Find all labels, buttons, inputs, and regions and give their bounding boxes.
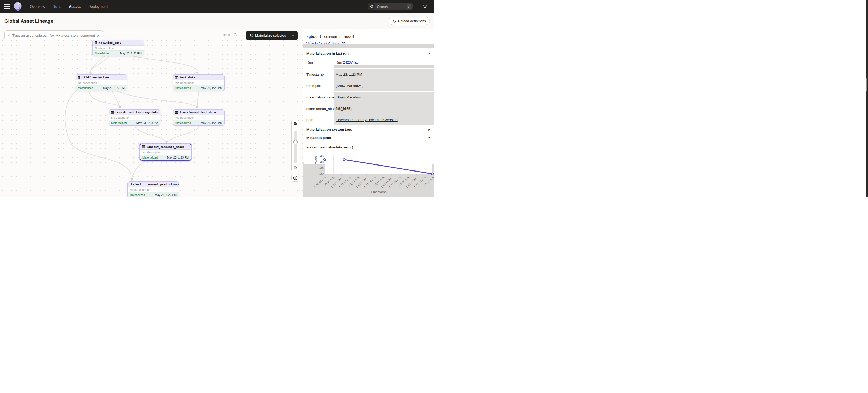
graph-refresh-icon[interactable] xyxy=(233,33,237,38)
chevron-down-icon[interactable]: ▼ xyxy=(428,52,430,55)
zoom-out-button[interactable] xyxy=(291,164,299,172)
section-metadata-plots[interactable]: Metadata plots xyxy=(306,136,331,140)
zoom-slider-track[interactable] xyxy=(294,131,297,163)
page-header: Global Asset Lineage Reload definitions xyxy=(0,13,434,29)
run-prefix: Run xyxy=(336,60,343,64)
table-icon xyxy=(142,145,145,149)
nav-overview[interactable]: Overview xyxy=(30,4,45,9)
run-id-link[interactable]: 242374ad xyxy=(343,60,359,64)
zoom-out-icon xyxy=(293,166,298,170)
asset-subset-input[interactable]: Type an asset subset... (ex: ++latest_st… xyxy=(4,30,103,40)
row-label-run: Run xyxy=(306,60,313,64)
table-icon xyxy=(78,76,81,79)
materialize-selected-label: Materialize selected xyxy=(255,34,286,37)
asset-node-name: latest_…_comment_predictions xyxy=(131,183,179,186)
asset-node-tfidf-vectorizer[interactable]: tfidf_vectorizer No description Material… xyxy=(75,74,127,91)
row-label-rmse-plot: rmse plot xyxy=(306,84,321,88)
asset-node-name: transformed_training_data xyxy=(115,110,158,114)
row-value-run: Run 242374ad xyxy=(336,60,359,64)
asset-node-description: No description xyxy=(140,150,191,155)
asset-node-latest-comment-predictions[interactable]: latest_…_comment_predictions No descript… xyxy=(127,182,179,197)
asset-node-timestamp: May 23, 1:23 PM xyxy=(103,87,125,90)
asset-node-test-data[interactable]: test_data No description MaterializedMay… xyxy=(173,74,225,91)
page-title: Global Asset Lineage xyxy=(4,18,53,24)
search-placeholder: Search... xyxy=(377,5,407,9)
section-materialization-system-tags[interactable]: Materialization system tags xyxy=(306,128,352,131)
row-value-timestamp: May 23, 1:23 PM xyxy=(336,73,362,76)
chevron-right-icon[interactable]: ▶ xyxy=(428,128,430,131)
asset-node-timestamp: May 23, 1:23 PM xyxy=(155,193,177,197)
search-icon xyxy=(368,3,375,10)
top-navbar: Overview Runs Assets Deployment Search..… xyxy=(0,0,434,13)
row-label-timestamp: Timestamp xyxy=(306,73,323,76)
table-icon xyxy=(175,76,178,79)
asset-node-timestamp: May 23, 1:23 PM xyxy=(167,156,189,159)
nav-deployment[interactable]: Deployment xyxy=(88,4,108,9)
main-nav: Overview Runs Assets Deployment xyxy=(30,0,108,13)
asset-node-status: Materialized xyxy=(130,193,145,197)
row-value-mae-plot-link[interactable]: [Show Markdown] xyxy=(336,95,364,99)
metadata-plot-section: score (mean_absolute_error) 0.45 0.40 0.… xyxy=(303,142,434,197)
graph-zoom-control xyxy=(291,120,300,172)
asset-node-status: Materialized xyxy=(78,87,93,90)
chevron-down-icon[interactable]: ▼ xyxy=(428,136,430,139)
zoom-slider-thumb[interactable] xyxy=(293,140,298,144)
asset-node-status: Materialized xyxy=(143,156,158,159)
sparkle-icon xyxy=(249,34,253,37)
chart-line-series xyxy=(303,142,434,197)
gear-icon[interactable]: ⚙ xyxy=(423,3,427,10)
asset-node-description: No description xyxy=(76,80,127,85)
asset-node-name: transformed_test_data xyxy=(180,110,216,114)
asset-node-status: Materialized xyxy=(95,52,110,55)
asset-node-xgboost-comments-model[interactable]: xgboost_comments_model No description Ma… xyxy=(140,144,191,161)
search-shortcut-badge: / xyxy=(407,4,411,9)
asset-node-description: No description xyxy=(128,187,179,192)
asset-node-timestamp: May 23, 1:23 PM xyxy=(201,121,222,124)
row-value-path-link[interactable]: /Users/odetteharary/Documents/version xyxy=(336,118,398,122)
nav-assets[interactable]: Assets xyxy=(69,4,81,9)
asset-node-name: training_data xyxy=(99,41,121,44)
asset-node-transformed-training-data[interactable]: transformed_training_data No description… xyxy=(109,109,160,126)
table-icon xyxy=(94,41,97,44)
table-icon xyxy=(175,111,178,114)
nav-runs[interactable]: Runs xyxy=(53,4,61,9)
asset-node-timestamp: May 23, 1:23 PM xyxy=(120,52,142,55)
panel-horizontal-scrollbar[interactable] xyxy=(303,44,434,48)
materialize-dropdown-caret[interactable]: ▾ xyxy=(288,31,298,40)
asset-node-name: tfidf_vectorizer xyxy=(82,76,110,79)
asset-node-name: test_data xyxy=(180,76,195,79)
reload-definitions-button[interactable]: Reload definitions xyxy=(389,17,430,25)
asset-node-description: No description xyxy=(174,115,224,120)
hamburger-menu-icon[interactable] xyxy=(4,4,10,9)
row-value-rmse-plot-link[interactable]: [Show Markdown] xyxy=(336,84,364,88)
run-row-scrollbar[interactable] xyxy=(334,65,434,68)
asset-node-timestamp: May 23, 1:23 PM xyxy=(136,121,158,124)
download-icon xyxy=(293,176,298,180)
asset-node-description: No description xyxy=(174,80,224,85)
download-graph-button[interactable] xyxy=(291,174,300,182)
asset-node-timestamp: May 23, 1:23 PM xyxy=(201,87,222,90)
dagster-logo[interactable] xyxy=(12,1,23,12)
asset-details-panel: xgboost_comments_model View in Asset Cat… xyxy=(303,29,434,197)
panel-asset-title: xgboost_comments_model xyxy=(306,35,354,39)
row-label-path: path xyxy=(306,118,313,122)
zoom-in-button[interactable] xyxy=(291,120,299,128)
section-materialization-in-last-run[interactable]: Materialization in last run xyxy=(306,52,349,56)
materialize-selected-button[interactable]: Materialize selected ▾ xyxy=(246,31,298,40)
asset-subset-placeholder: Type an asset subset... (ex: ++latest_st… xyxy=(12,34,100,37)
asset-node-description: No description xyxy=(93,45,144,51)
asset-node-name: xgboost_comments_model xyxy=(147,145,185,149)
asset-lineage-graph[interactable]: Type an asset subset... (ex: ++latest_st… xyxy=(0,29,303,197)
reload-definitions-label: Reload definitions xyxy=(398,19,426,23)
asset-node-training-data[interactable]: training_data No description Materialize… xyxy=(92,40,144,56)
asset-node-status: Materialized xyxy=(176,87,191,90)
asset-node-status: Materialized xyxy=(111,121,127,124)
global-search-input[interactable]: Search... / xyxy=(368,3,413,10)
asset-node-status: Materialized xyxy=(176,121,191,124)
op-selector-icon xyxy=(7,33,10,37)
zoom-in-icon xyxy=(293,122,298,126)
table-icon xyxy=(111,111,114,114)
row-value-score: 0.300855 xyxy=(336,107,350,110)
asset-node-transformed-test-data[interactable]: transformed_test_data No description Mat… xyxy=(173,109,225,126)
asset-node-description: No description xyxy=(109,115,160,120)
